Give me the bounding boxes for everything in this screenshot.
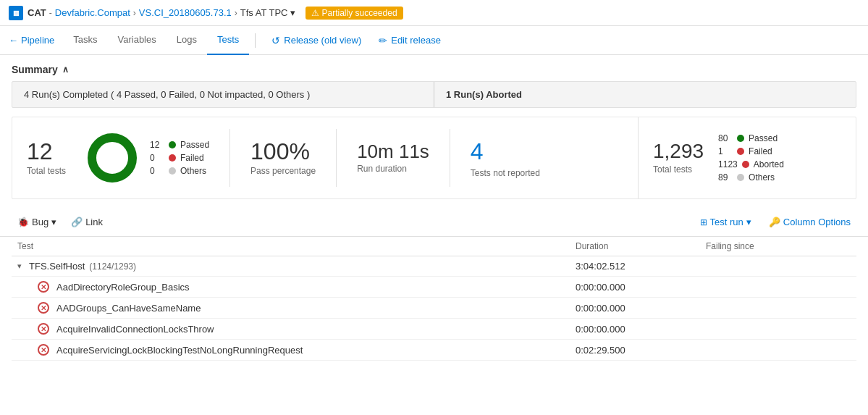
bug-button[interactable]: 🐞 Bug ▾ <box>12 214 62 230</box>
warning-icon: ⚠ <box>311 8 319 18</box>
table-row: ✕ AADGroups_CanHaveSameName 0:00:00.000 <box>12 298 856 319</box>
legend-failed: 0 Failed <box>150 153 209 163</box>
nav-bar: ← Pipeline Tasks Variables Logs Tests ↺ … <box>0 26 868 55</box>
top-bar: ▦ CAT - Devfabric.Compat › VS.CI_2018060… <box>0 0 868 26</box>
test-child-name: ✕ AcquireInvalidConnectionLocksThrow <box>17 323 576 335</box>
aborted-icon: ✕ <box>38 344 49 356</box>
test-child-name: ✕ AcquireServicingLockBlockingTestNoLong… <box>17 344 576 356</box>
breadcrumb-project[interactable]: Devfabric.Compat <box>55 7 130 18</box>
edit-icon: ✏ <box>379 35 387 46</box>
not-reported-count[interactable]: 4 <box>471 138 484 165</box>
breadcrumb-stage[interactable]: Tfs AT TPC ▾ <box>240 7 295 18</box>
table-row: ✕ AcquireInvalidConnectionLocksThrow 0:0… <box>12 319 856 340</box>
table-header: Test Duration Failing since <box>12 237 856 256</box>
not-reported-label: Tests not reported <box>471 168 540 178</box>
bug-icon: 🐞 <box>17 217 29 227</box>
summary-header: Summary ∧ <box>0 55 868 81</box>
col-test: Test <box>17 241 576 251</box>
duration-label: Run duration <box>357 164 407 174</box>
divider2 <box>336 129 337 187</box>
test-child-name: ✕ AADGroups_CanHaveSameName <box>17 302 576 314</box>
status-badge: ⚠ Partially succeeded <box>306 7 403 20</box>
summary-collapse-icon[interactable]: ∧ <box>62 64 69 75</box>
refresh-icon: ↺ <box>271 35 280 46</box>
stats-completed-text: 4 Run(s) Completed ( 4 Passed, 0 Failed,… <box>24 89 310 100</box>
failed-dot <box>169 154 176 162</box>
aborted-icon: ✕ <box>38 281 49 293</box>
stats-aborted-text: 1 Run(s) Aborted <box>446 89 522 100</box>
passed-dot <box>169 141 176 148</box>
stats-banner: 4 Run(s) Completed ( 4 Passed, 0 Failed,… <box>12 81 856 108</box>
test-duration: 0:00:00.000 <box>576 324 706 335</box>
svg-point-1 <box>99 145 125 171</box>
table-row: ▾ TFS.SelfHost (1124/1293) 3:04:02.512 <box>12 256 856 277</box>
stats-completed: 4 Run(s) Completed ( 4 Passed, 0 Failed,… <box>12 82 434 107</box>
aborted-legend-passed: 80 Passed <box>718 133 812 143</box>
tab-logs[interactable]: Logs <box>167 26 207 55</box>
total-tests-block: 12 Total tests <box>27 140 66 176</box>
sep3: › <box>235 8 237 18</box>
divider1 <box>229 129 230 187</box>
test-run-button[interactable]: ⊞ Test run ▾ <box>694 214 757 230</box>
test-child-name: ✕ AadDirectoryRoleGroup_Basics <box>17 281 576 293</box>
stats-aborted: 1 Run(s) Aborted <box>434 82 856 107</box>
aborted-total-label: Total tests <box>653 164 692 175</box>
back-arrow-icon: ← <box>9 35 18 46</box>
tab-tasks[interactable]: Tasks <box>63 26 107 55</box>
divider3 <box>450 129 450 187</box>
toolbar-right: ⊞ Test run ▾ 🔑 Column Options <box>694 214 856 230</box>
legend-others: 0 Others <box>150 166 209 176</box>
pass-pct-block: 100% Pass percentage <box>250 140 316 176</box>
sep2: › <box>133 8 136 18</box>
aborted-metrics: 1,293 Total tests 80 Passed 1 Failed 112… <box>639 117 856 198</box>
donut-legend: 12 Passed 0 Failed 0 Others <box>150 140 209 176</box>
column-options-icon: 🔑 <box>769 217 780 227</box>
nav-tabs: Tasks Variables Logs Tests <box>63 26 249 55</box>
toolbar: 🐞 Bug ▾ 🔗 Link ⊞ Test run ▾ 🔑 Column Opt… <box>0 208 868 237</box>
summary-title: Summary <box>12 64 58 75</box>
link-icon: 🔗 <box>71 217 83 227</box>
aborted-icon: ✕ <box>38 323 49 335</box>
column-options-button[interactable]: 🔑 Column Options <box>763 214 856 230</box>
donut-chart <box>83 129 141 187</box>
test-duration: 0:02:29.500 <box>576 345 706 356</box>
test-duration: 0:00:00.000 <box>576 303 706 314</box>
breadcrumb-app: CAT <box>28 7 46 18</box>
total-tests-count: 12 <box>27 140 53 163</box>
duration-block: 10m 11s Run duration <box>357 142 429 174</box>
aborted-legend-aborted: 1123 Aborted <box>718 159 812 169</box>
bug-dropdown-icon: ▾ <box>51 217 56 227</box>
breadcrumb-build[interactable]: VS.CI_20180605.73.1 <box>139 7 232 18</box>
test-table: Test Duration Failing since ▾ TFS.SelfHo… <box>12 237 856 361</box>
test-group-name: ▾ TFS.SelfHost (1124/1293) <box>17 261 576 272</box>
test-duration: 0:00:00.000 <box>576 282 706 293</box>
pass-pct-label: Pass percentage <box>250 166 316 176</box>
aborted-total-block: 1,293 Total tests <box>653 141 704 175</box>
tab-variables[interactable]: Variables <box>108 26 167 55</box>
pass-pct: 100% <box>250 140 310 163</box>
table-row: ✕ AadDirectoryRoleGroup_Basics 0:00:00.0… <box>12 277 856 298</box>
others-dot <box>169 167 176 175</box>
collapse-icon[interactable]: ▾ <box>17 261 22 271</box>
completed-metrics: 12 Total tests 12 Passed 0 Faile <box>12 117 639 198</box>
edit-release-link[interactable]: ✏ Edit release <box>371 35 448 46</box>
test-run-icon: ⊞ <box>700 217 707 227</box>
table-row: ✕ AcquireServicingLockBlockingTestNoLong… <box>12 340 856 361</box>
pipeline-back-link[interactable]: ← Pipeline <box>9 35 54 46</box>
tab-tests[interactable]: Tests <box>207 26 249 55</box>
aborted-legend: 80 Passed 1 Failed 1123 Aborted 89 Other… <box>718 133 812 183</box>
test-run-dropdown-icon: ▾ <box>746 217 751 227</box>
aborted-legend-failed: 1 Failed <box>718 146 812 156</box>
aborted-legend-others: 89 Others <box>718 172 812 183</box>
release-old-view-link[interactable]: ↺ Release (old view) <box>264 35 368 46</box>
breadcrumb: CAT - Devfabric.Compat › VS.CI_20180605.… <box>28 7 295 18</box>
sep1: - <box>49 8 52 18</box>
col-failing-since: Failing since <box>706 241 851 251</box>
total-tests-label: Total tests <box>27 166 66 176</box>
link-button[interactable]: 🔗 Link <box>65 214 109 230</box>
aborted-icon: ✕ <box>38 302 49 314</box>
col-duration: Duration <box>576 241 706 251</box>
legend-passed: 12 Passed <box>150 140 209 150</box>
aborted-total: 1,293 <box>653 141 704 162</box>
metrics-area: 12 Total tests 12 Passed 0 Faile <box>12 117 856 199</box>
